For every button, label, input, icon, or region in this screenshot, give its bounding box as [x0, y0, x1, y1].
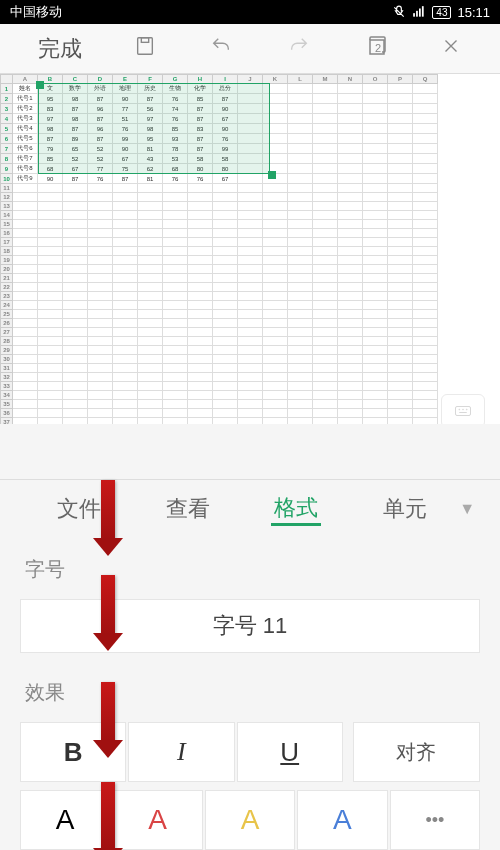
- color-red-button[interactable]: A: [112, 790, 202, 850]
- close-icon[interactable]: [440, 35, 462, 63]
- tab-file[interactable]: 文件: [25, 494, 134, 524]
- annotation-arrow: [101, 782, 115, 850]
- tab-view[interactable]: 查看: [134, 494, 243, 524]
- save-icon[interactable]: [134, 35, 156, 63]
- svg-point-10: [466, 409, 467, 410]
- battery-icon: 43: [432, 6, 451, 19]
- svg-rect-1: [416, 11, 418, 17]
- color-blue-button[interactable]: A: [297, 790, 387, 850]
- tab-cell[interactable]: 单元: [351, 494, 460, 524]
- color-yellow-button[interactable]: A: [205, 790, 295, 850]
- undo-icon[interactable]: [208, 35, 234, 63]
- italic-button[interactable]: I: [128, 722, 234, 782]
- fontsize-label: 字号: [0, 538, 500, 591]
- svg-rect-5: [141, 37, 148, 42]
- svg-point-9: [463, 409, 464, 410]
- keyboard-icon[interactable]: [441, 394, 485, 424]
- time: 15:11: [457, 5, 490, 20]
- signal-icon: [412, 5, 426, 19]
- redo-icon[interactable]: [286, 35, 312, 63]
- svg-rect-3: [422, 6, 424, 17]
- svg-point-8: [459, 409, 460, 410]
- pages-icon[interactable]: 2: [364, 34, 388, 64]
- chevron-down-icon[interactable]: ▼: [459, 500, 475, 518]
- selection-box: [38, 83, 270, 174]
- carrier: 中国移动: [10, 3, 62, 21]
- selection-handle-br[interactable]: [268, 171, 276, 179]
- annotation-arrow: [101, 480, 115, 540]
- align-button[interactable]: 对齐: [353, 722, 480, 782]
- annotation-arrow: [101, 575, 115, 635]
- svg-rect-0: [413, 13, 415, 17]
- annotation-arrow: [101, 682, 115, 742]
- spreadsheet[interactable]: ABCDEFGHIJKLMNOPQ1姓名文数学外语地理历史生物化学总分2代号19…: [0, 74, 500, 424]
- color-more-button[interactable]: •••: [390, 790, 480, 850]
- svg-rect-4: [138, 37, 153, 54]
- svg-rect-7: [456, 407, 471, 416]
- effects-label: 效果: [0, 661, 500, 714]
- underline-button[interactable]: U: [237, 722, 343, 782]
- svg-rect-2: [419, 9, 421, 17]
- fontsize-button[interactable]: 字号 11: [20, 599, 480, 653]
- selection-handle-tl[interactable]: [36, 81, 44, 89]
- color-black-button[interactable]: A: [20, 790, 110, 850]
- done-button[interactable]: 完成: [38, 34, 82, 64]
- tab-format[interactable]: 格式: [242, 493, 351, 526]
- mute-icon: [392, 5, 406, 19]
